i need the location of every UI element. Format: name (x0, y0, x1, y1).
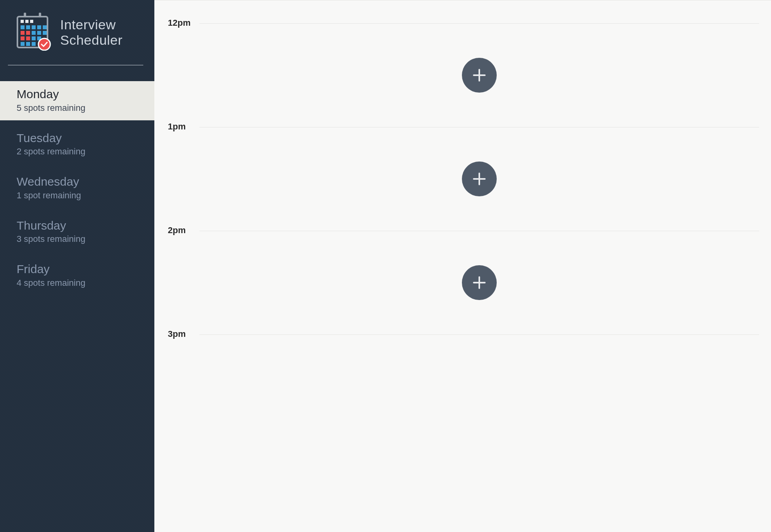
add-appointment-button[interactable] (462, 58, 497, 93)
day-item-tuesday[interactable]: Tuesday 2 spots remaining (0, 125, 154, 164)
time-row-12pm: 12pm (168, 12, 759, 116)
day-spots: 1 spot remaining (17, 190, 154, 201)
svg-rect-12 (26, 31, 30, 35)
svg-rect-8 (32, 25, 36, 29)
app-title-line2: Scheduler (60, 32, 123, 48)
day-name: Thursday (17, 219, 154, 233)
svg-rect-9 (37, 25, 41, 29)
day-name: Tuesday (17, 131, 154, 145)
day-item-thursday[interactable]: Thursday 3 spots remaining (0, 213, 154, 252)
day-name: Wednesday (17, 175, 154, 189)
svg-rect-6 (21, 25, 25, 29)
time-divider (199, 23, 759, 24)
time-label: 3pm (168, 329, 186, 339)
time-divider (199, 231, 759, 231)
app-title: Interview Scheduler (60, 17, 123, 48)
svg-rect-13 (32, 31, 36, 35)
time-row-1pm: 1pm (168, 116, 759, 220)
day-item-monday[interactable]: Monday 5 spots remaining (0, 81, 154, 120)
time-divider (199, 127, 759, 127)
add-appointment-button[interactable] (462, 265, 497, 300)
svg-rect-20 (21, 42, 25, 46)
app-title-line1: Interview (60, 17, 123, 32)
time-divider (199, 334, 759, 335)
svg-rect-16 (21, 36, 25, 40)
day-name: Monday (17, 87, 154, 101)
app-brand: Interview Scheduler (0, 9, 154, 56)
svg-rect-7 (26, 25, 30, 29)
svg-rect-22 (32, 42, 36, 46)
day-list: Monday 5 spots remaining Tuesday 2 spots… (0, 81, 154, 295)
time-row-2pm: 2pm (168, 220, 759, 323)
svg-rect-18 (32, 36, 36, 40)
svg-rect-11 (21, 31, 25, 35)
svg-rect-3 (21, 20, 24, 23)
svg-point-23 (38, 38, 50, 50)
time-label: 12pm (168, 18, 190, 28)
time-label: 2pm (168, 225, 186, 236)
appointment-slot-1pm[interactable] (199, 127, 759, 231)
svg-rect-4 (25, 20, 28, 23)
time-label: 1pm (168, 122, 186, 132)
sidebar-divider (8, 65, 143, 65)
svg-rect-15 (43, 31, 47, 35)
appointment-slot-12pm[interactable] (199, 23, 759, 127)
svg-rect-14 (37, 31, 41, 35)
time-row-3pm: 3pm (168, 323, 759, 427)
calendar-check-icon (16, 13, 52, 52)
plus-icon (471, 171, 487, 187)
schedule: 12pm 1pm 2pm (154, 0, 771, 532)
day-spots: 2 spots remaining (17, 146, 154, 157)
sidebar: Interview Scheduler Monday 5 spots remai… (0, 0, 154, 532)
add-appointment-button[interactable] (462, 162, 497, 196)
plus-icon (471, 275, 487, 291)
day-spots: 5 spots remaining (17, 103, 154, 113)
svg-rect-10 (43, 25, 47, 29)
svg-rect-17 (26, 36, 30, 40)
day-name: Friday (17, 262, 154, 276)
svg-rect-5 (30, 20, 33, 23)
day-item-friday[interactable]: Friday 4 spots remaining (0, 256, 154, 295)
day-item-wednesday[interactable]: Wednesday 1 spot remaining (0, 169, 154, 208)
day-spots: 3 spots remaining (17, 234, 154, 244)
svg-rect-21 (26, 42, 30, 46)
appointment-slot-2pm[interactable] (199, 231, 759, 334)
day-spots: 4 spots remaining (17, 278, 154, 288)
plus-icon (471, 67, 487, 83)
